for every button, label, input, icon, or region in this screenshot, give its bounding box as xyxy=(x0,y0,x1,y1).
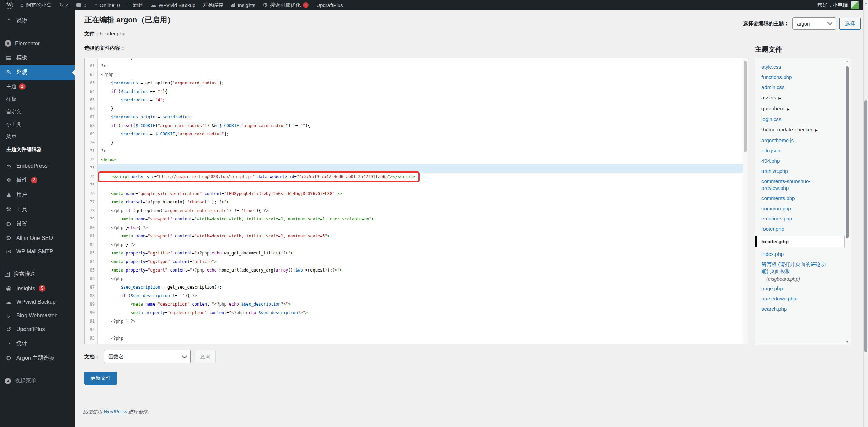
sidebar-item-settings[interactable]: ⚙设置 xyxy=(0,217,75,231)
editor-scrollbar[interactable] xyxy=(743,58,748,344)
theme-file-link[interactable]: info.json xyxy=(761,147,840,154)
scroll-down-icon[interactable]: ▼ xyxy=(845,340,850,344)
scroll-up-icon[interactable]: ▲ xyxy=(845,60,850,63)
adminbar-item-new-content[interactable]: +新建 xyxy=(124,0,147,10)
sidebar-item-argon-options[interactable]: ⚙Argon 主题选项 xyxy=(0,351,75,365)
sidebar-item-aioseo[interactable]: ⚙All in One SEO xyxy=(0,231,75,245)
theme-file-link[interactable]: parsedown.php xyxy=(761,295,840,302)
howdy-text[interactable]: 您好，小电脑 xyxy=(817,2,848,9)
mail-icon: ✉ xyxy=(5,249,13,255)
sidebar-item-collapse-menu[interactable]: ◀收起菜单 xyxy=(0,374,75,388)
sidebar-item-templates[interactable]: ▤模板 xyxy=(0,50,75,65)
sidebar-subitem-themes[interactable]: 主题2 xyxy=(0,80,75,93)
wrench-icon: ⚒ xyxy=(5,207,13,212)
sidebar-item-wp-mail-smtp[interactable]: ✉WP Mail SMTP xyxy=(0,245,75,259)
adminbar-item-object-cache[interactable]: 对象缓存 xyxy=(199,0,227,10)
adminbar-item-wp-logo[interactable]: W xyxy=(2,0,17,10)
theme-file-link[interactable]: functions.php xyxy=(761,74,840,81)
theme-file-link[interactable]: style.css xyxy=(761,64,840,70)
theme-folder[interactable]: assets▶ xyxy=(761,94,840,102)
adminbar-item-online-count[interactable]: ◔Online: 0 xyxy=(90,0,124,10)
lookup-button[interactable]: 查询 xyxy=(195,350,216,363)
user-avatar[interactable] xyxy=(851,1,859,9)
sidebar-item-plugins[interactable]: ❖插件2 xyxy=(0,173,75,187)
shuoshuo-label: 说说 xyxy=(16,17,27,24)
file-items: style.cssfunctions.phpadmin.cssassets▶gu… xyxy=(761,64,840,312)
code-line: 77 <meta charset="<?php bloginfo( 'chars… xyxy=(85,198,748,207)
sidebar-item-appearance[interactable]: ✎外观 xyxy=(0,65,75,80)
theme-folder[interactable]: gutenberg▶ xyxy=(761,105,840,113)
line-content: <?php if (get_option('argon_enable_mobil… xyxy=(98,207,748,215)
sidebar-item-elementor[interactable]: EElementor xyxy=(0,36,75,50)
sidebar-subitem-widgets[interactable]: 小工具 xyxy=(0,118,75,131)
folder-icon: ▤ xyxy=(5,55,13,61)
theme-file-link[interactable]: emotions.php xyxy=(761,215,840,222)
docs-select[interactable]: 函数名… xyxy=(104,350,191,363)
code-editor[interactable]: ;61?>62<?php63 $cardradius = get_option(… xyxy=(84,58,748,344)
line-content: if ($cardradius == ""){ xyxy=(98,87,748,96)
sidebar-item-users[interactable]: ♟用户 xyxy=(0,187,75,202)
sidebar-subitem-patterns[interactable]: 样板 xyxy=(0,93,75,105)
theme-file-link[interactable]: 留言板 (请打开页面的评论功能) 页面模板 xyxy=(761,261,840,275)
scroll-up-icon[interactable]: ▲ xyxy=(864,1,868,5)
adminbar-item-updates[interactable]: ↻4 xyxy=(55,0,73,10)
sidebar-item-search-push[interactable]: ↗搜索推送 xyxy=(0,267,75,281)
line-content: ?> xyxy=(98,62,748,70)
updates-label: 4 xyxy=(66,2,69,8)
adminbar-item-insights[interactable]: Insights xyxy=(227,0,259,10)
theme-file-link[interactable]: page.php xyxy=(761,285,840,292)
adminbar-item-wpvivid-backup[interactable]: ☁WPvivid Backup xyxy=(147,0,199,10)
editor-scrollbar-thumb[interactable] xyxy=(744,61,747,152)
sidebar-subitem-menus[interactable]: 菜单 xyxy=(0,131,75,143)
footer-credit: 感谢使用 WordPress 进行创作。 xyxy=(83,409,152,415)
sidebar-item-wpvivid-backup[interactable]: ☁WPvivid Backup xyxy=(0,295,75,309)
page-scrollbar[interactable]: ▲ xyxy=(863,0,868,427)
admin-sidebar: “说说EElementor▤模板✎外观主题2样板自定义小工具菜单主题文件编辑器∞… xyxy=(0,10,75,427)
code-line: 86 <?php xyxy=(85,275,748,283)
update-file-button[interactable]: 更新文件 xyxy=(84,372,117,385)
theme-select[interactable]: argon xyxy=(792,17,836,30)
adminbar-item-comments[interactable]: 0 xyxy=(73,0,90,10)
theme-folder[interactable]: theme-update-checker▶ xyxy=(761,126,840,134)
sidebar-item-shuoshuo[interactable]: “说说 xyxy=(0,14,75,28)
theme-file-link[interactable]: comments.php xyxy=(761,195,840,202)
line-number: 84 xyxy=(85,258,98,266)
line-number: 68 xyxy=(85,121,98,130)
sidebar-item-tools[interactable]: ⚒工具 xyxy=(0,202,75,217)
cloud-icon: ☁ xyxy=(151,2,156,8)
sidebar-subitem-theme-file-editor[interactable]: 主题文件编辑器 xyxy=(0,143,75,156)
customize-label: 自定义 xyxy=(6,109,21,115)
wordpress-link[interactable]: WordPress xyxy=(103,409,127,414)
file-list-scrollbar[interactable]: ▲ ▼ xyxy=(845,60,850,344)
adminbar-item-updraftplus[interactable]: UpdraftPlus xyxy=(312,0,347,10)
theme-file-link[interactable]: argontheme.js xyxy=(761,137,840,144)
adminbar-item-site-name[interactable]: ⌂阿雷的小窝 xyxy=(17,0,55,10)
theme-file-link[interactable]: footer.php xyxy=(761,226,840,232)
adminbar-item-seo[interactable]: ⚙搜索引擎优化1 xyxy=(259,0,312,10)
theme-file-link[interactable]: 404.php xyxy=(761,158,840,164)
page-scrollbar-thumb[interactable] xyxy=(864,100,867,352)
select-theme-button[interactable]: 选择 xyxy=(839,18,861,30)
theme-file-link[interactable]: archive.php xyxy=(761,168,840,175)
theme-file-link[interactable]: comments-shuoshuo-preview.php xyxy=(761,178,840,192)
sidebar-item-insights[interactable]: ◉Insights5 xyxy=(0,281,75,295)
theme-file-link[interactable]: index.php xyxy=(761,251,840,258)
theme-file-link[interactable]: admin.css xyxy=(761,84,840,91)
sidebar-item-bing-webmaster[interactable]: ♭Bing Webmaster xyxy=(0,309,75,323)
wp-mail-smtp-label: WP Mail SMTP xyxy=(16,249,53,255)
theme-file-link[interactable]: header.php xyxy=(755,236,845,247)
theme-file-link[interactable]: login.css xyxy=(761,116,840,123)
theme-file-link[interactable]: search.php xyxy=(761,306,840,312)
theme-file-link[interactable]: common.php xyxy=(761,205,840,212)
themes-badge: 2 xyxy=(19,83,26,90)
sidebar-subitem-customize[interactable]: 自定义 xyxy=(0,105,75,118)
line-content: <meta property="og:description" content=… xyxy=(98,309,748,317)
updates-icon: ↻ xyxy=(59,2,64,8)
new-content-label: 新建 xyxy=(133,2,143,9)
cloud-icon: ☁ xyxy=(5,299,13,305)
sidebar-item-embedpress[interactable]: ∞EmbedPress xyxy=(0,159,75,173)
highlighted-line-box: <script defer src="http://umami.leiting2… xyxy=(98,171,420,182)
sidebar-item-updraftplus[interactable]: ↺UpdraftPlus xyxy=(0,323,75,336)
file-list-scrollbar-thumb[interactable] xyxy=(846,66,849,238)
sidebar-item-statistics[interactable]: ◔统计 xyxy=(0,336,75,351)
